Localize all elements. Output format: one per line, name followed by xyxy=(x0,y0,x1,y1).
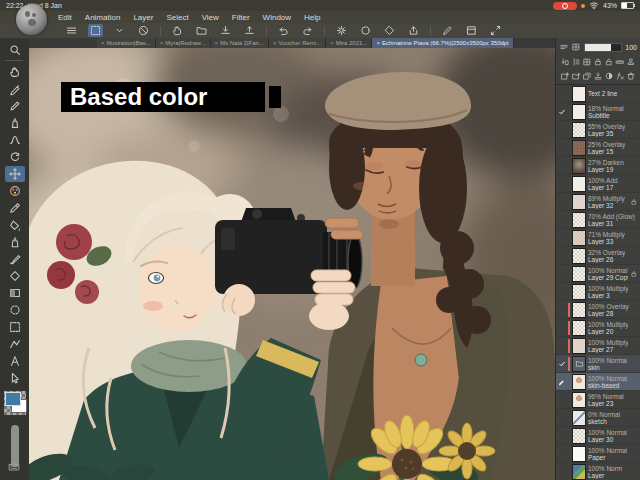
ellipse-select-tool[interactable] xyxy=(5,302,25,318)
menu-animation[interactable]: Animation xyxy=(85,13,121,22)
document-tab[interactable]: × Illustration|Bas... xyxy=(97,38,156,48)
layer-row[interactable]: 32% Overlay Layer 26 xyxy=(556,247,640,265)
redo-icon[interactable] xyxy=(300,24,315,37)
keyboard-toggle[interactable] xyxy=(7,460,21,478)
layer-row[interactable]: 100% Normal Layer 30 xyxy=(556,427,640,445)
canvas-area[interactable]: Based color xyxy=(29,48,555,480)
layer-thumbnail[interactable] xyxy=(572,104,586,120)
foreground-color-swatch[interactable] xyxy=(5,392,21,406)
move-tool[interactable] xyxy=(5,166,25,182)
layer-visibility-toggle[interactable] xyxy=(557,108,566,116)
layer-row[interactable]: 100% Multiply Layer 3 xyxy=(556,283,640,301)
layer-row[interactable]: 100% Normal Layer 29 Copy 2 xyxy=(556,265,640,283)
layer-row[interactable]: 18% Normal Subtitle xyxy=(556,103,640,121)
lock-open-icon[interactable] xyxy=(604,57,614,68)
layer-folder-icon[interactable] xyxy=(572,356,586,372)
folder-icon[interactable] xyxy=(194,24,209,37)
layer-row[interactable]: 100% Multiply Layer 20 xyxy=(556,319,640,337)
tab-close-icon[interactable]: × xyxy=(160,40,164,46)
brush-tool[interactable] xyxy=(5,251,25,267)
layer-thumbnail[interactable] xyxy=(572,212,586,228)
pencil-tool[interactable] xyxy=(5,98,25,114)
color-swatches[interactable] xyxy=(4,391,26,415)
share-icon[interactable] xyxy=(406,24,421,37)
layer-thumbnail[interactable] xyxy=(572,374,586,390)
mask-icon[interactable] xyxy=(604,71,614,82)
undo-icon[interactable] xyxy=(276,24,291,37)
grid-sm-icon[interactable] xyxy=(571,42,581,53)
panel-menu-icon[interactable] xyxy=(559,42,569,53)
tab-close-icon[interactable]: × xyxy=(330,40,334,46)
opacity-slider[interactable] xyxy=(584,43,622,52)
layer-thumbnail[interactable] xyxy=(572,140,586,156)
menu-edit[interactable]: Edit xyxy=(58,13,72,22)
layer-thumbnail[interactable] xyxy=(572,392,586,408)
menu-icon[interactable] xyxy=(64,24,79,37)
layer-row[interactable]: 89% Multiply Layer 32 xyxy=(556,193,640,211)
marquee-tool[interactable] xyxy=(5,319,25,335)
gradient-tool[interactable] xyxy=(5,285,25,301)
diamond-tool[interactable] xyxy=(5,268,25,284)
hand-tool[interactable] xyxy=(5,64,25,80)
layer-row[interactable]: 100% Multiply Layer 27 xyxy=(556,337,640,355)
layer-thumbnail[interactable] xyxy=(572,266,586,282)
layer-row[interactable]: Text 2 line xyxy=(556,85,640,103)
eyedropper-tool[interactable] xyxy=(5,200,25,216)
screen-record-indicator[interactable] xyxy=(553,2,577,10)
bucket-tool[interactable] xyxy=(5,217,25,233)
curve-tool[interactable] xyxy=(5,132,25,148)
upload-icon[interactable] xyxy=(242,24,257,37)
layer-thumbnail[interactable] xyxy=(572,302,586,318)
polygon-tool[interactable] xyxy=(5,336,25,352)
menu-view[interactable]: View xyxy=(202,13,219,22)
merge-icon[interactable] xyxy=(593,71,603,82)
menu-help[interactable]: Help xyxy=(304,13,320,22)
layer-row[interactable]: 25% Overlay Layer 15 xyxy=(556,139,640,157)
new-layer-icon[interactable] xyxy=(560,71,570,82)
frame-icon[interactable] xyxy=(464,24,479,37)
chevron-down-icon[interactable] xyxy=(112,24,127,37)
tab-close-icon[interactable]: × xyxy=(215,40,219,46)
menu-window[interactable]: Window xyxy=(263,13,291,22)
layer-thumbnail[interactable] xyxy=(572,230,586,246)
ban-icon[interactable] xyxy=(136,24,151,37)
layer-thumbnail[interactable] xyxy=(572,284,586,300)
save-icon[interactable] xyxy=(218,24,233,37)
pencil-icon[interactable] xyxy=(440,24,455,37)
layer-row[interactable]: 96% Normal Layer 23 xyxy=(556,391,640,409)
lock-icon[interactable] xyxy=(593,57,603,68)
cursor-tool[interactable] xyxy=(5,370,25,386)
airbrush-tool[interactable] xyxy=(5,115,25,131)
tab-close-icon[interactable]: × xyxy=(376,40,380,46)
color-mixer-tool[interactable] xyxy=(5,183,25,199)
layer-row[interactable]: 55% Overlay Layer 35 xyxy=(556,121,640,139)
rotate-canvas-tool[interactable] xyxy=(5,149,25,165)
layer-row[interactable]: 100% Normal Paper xyxy=(556,445,640,463)
ruler-icon[interactable] xyxy=(615,57,625,68)
layer-thumbnail[interactable] xyxy=(572,158,586,174)
pen-tool[interactable] xyxy=(5,81,25,97)
expand-icon[interactable] xyxy=(488,24,503,37)
trash-icon[interactable] xyxy=(626,71,636,82)
layer-thumbnail[interactable] xyxy=(572,464,586,480)
marquee-icon[interactable] xyxy=(88,24,103,37)
ghost-icon[interactable] xyxy=(358,24,373,37)
layer-thumbnail[interactable] xyxy=(572,428,586,444)
menu-layer[interactable]: Layer xyxy=(133,13,153,22)
menu-filter[interactable]: Filter xyxy=(232,13,250,22)
document-tab[interactable]: × Echmainne Piava (66.7%)|2500x3500px 35… xyxy=(372,38,513,48)
fx-icon[interactable] xyxy=(615,71,625,82)
app-logo[interactable] xyxy=(16,4,47,35)
layer-row[interactable]: 100% Normal skin xyxy=(556,355,640,373)
layer-thumbnail[interactable] xyxy=(572,410,586,426)
layer-row[interactable]: 71% Multiply Layer 33 xyxy=(556,229,640,247)
new-folder-icon[interactable] xyxy=(571,71,581,82)
layer-row[interactable]: 0% Normal sketch xyxy=(556,409,640,427)
layer-thumbnail[interactable] xyxy=(572,122,586,138)
tab-close-icon[interactable]: × xyxy=(101,40,105,46)
document-tab[interactable]: × Ms Nala 2|Fan... xyxy=(211,38,269,48)
magnifier-tool[interactable] xyxy=(5,42,25,58)
layer-thumbnail[interactable] xyxy=(572,320,586,336)
menu-select[interactable]: Select xyxy=(166,13,188,22)
stamp-icon[interactable] xyxy=(626,57,636,68)
